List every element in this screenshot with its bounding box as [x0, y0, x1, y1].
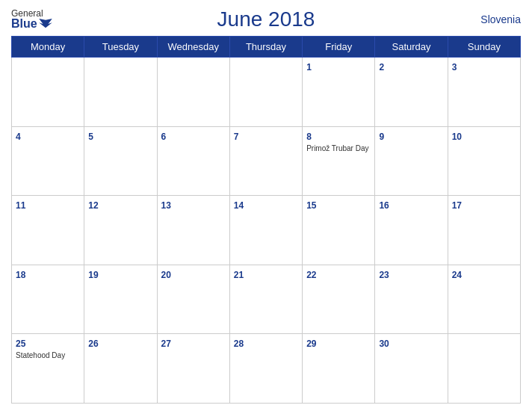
- calendar-cell: 5: [84, 126, 157, 196]
- calendar-cell: 26: [84, 334, 157, 404]
- day-number: 6: [161, 132, 167, 142]
- calendar-week-1: 123: [12, 58, 521, 127]
- calendar-week-4: 18192021222324: [12, 265, 521, 334]
- logo: General Blue: [11, 9, 52, 30]
- calendar-cell: 14: [229, 196, 302, 265]
- day-number: 15: [306, 200, 316, 211]
- svg-marker-0: [39, 19, 52, 28]
- day-number: 28: [234, 339, 244, 349]
- day-number: 12: [88, 200, 98, 211]
- calendar-cell: 19: [84, 265, 157, 334]
- calendar-week-2: 45678Primož Trubar Day910: [12, 126, 521, 196]
- calendar-cell: 29: [303, 334, 375, 404]
- holiday-label: Primož Trubar Day: [306, 144, 371, 152]
- calendar-cell: 18: [12, 265, 84, 334]
- logo-blue-text: Blue: [11, 18, 52, 30]
- calendar-cell: 28: [229, 334, 302, 404]
- holiday-label: Statehood Day: [16, 351, 80, 359]
- calendar-week-5: 25Statehood Day2627282930: [12, 334, 521, 404]
- calendar-cell: 24: [448, 265, 520, 334]
- day-number: 25: [16, 339, 25, 349]
- day-number: 26: [88, 339, 98, 349]
- calendar-cell: 2: [375, 58, 448, 127]
- logo-bird-icon: [39, 19, 52, 29]
- calendar-cell: [448, 334, 520, 404]
- weekday-header-friday: Friday: [303, 37, 375, 58]
- day-number: 29: [306, 339, 316, 349]
- calendar-cell: 30: [375, 334, 448, 404]
- weekday-header-tuesday: Tuesday: [84, 37, 157, 58]
- calendar-cell: 10: [448, 126, 520, 196]
- calendar-cell: [12, 58, 84, 127]
- calendar-cell: 7: [229, 126, 302, 196]
- calendar-cell: 9: [375, 126, 448, 196]
- calendar-cell: 13: [157, 196, 229, 265]
- day-number: 22: [306, 270, 316, 280]
- day-number: 27: [161, 339, 171, 349]
- month-title: June 2018: [217, 7, 315, 31]
- day-number: 30: [379, 339, 389, 349]
- day-number: 8: [306, 132, 312, 142]
- calendar-cell: 27: [157, 334, 229, 404]
- calendar-cell: [84, 58, 157, 127]
- calendar-cell: 8Primož Trubar Day: [303, 126, 375, 196]
- day-number: 7: [234, 132, 239, 142]
- calendar-cell: 15: [303, 196, 375, 265]
- day-number: 4: [16, 132, 21, 142]
- day-number: 23: [379, 270, 389, 280]
- calendar-header: General Blue June 2018 Slovenia: [11, 7, 521, 31]
- calendar-cell: 22: [303, 265, 375, 334]
- country-label: Slovenia: [480, 13, 521, 25]
- calendar-cell: 17: [448, 196, 520, 265]
- day-number: 11: [16, 200, 25, 211]
- calendar-cell: 6: [157, 126, 229, 196]
- day-number: 10: [452, 132, 462, 142]
- calendar-cell: 12: [84, 196, 157, 265]
- day-number: 9: [379, 132, 384, 142]
- calendar-week-3: 11121314151617: [12, 196, 521, 265]
- weekday-header-saturday: Saturday: [375, 37, 448, 58]
- calendar-cell: 20: [157, 265, 229, 334]
- weekday-header-row: MondayTuesdayWednesdayThursdayFridaySatu…: [12, 37, 521, 58]
- day-number: 2: [379, 62, 384, 72]
- weekday-header-monday: Monday: [12, 37, 84, 58]
- day-number: 3: [452, 62, 457, 72]
- day-number: 16: [379, 200, 389, 211]
- calendar-table: MondayTuesdayWednesdayThursdayFridaySatu…: [11, 36, 521, 404]
- calendar-cell: 23: [375, 265, 448, 334]
- weekday-header-thursday: Thursday: [229, 37, 302, 58]
- weekday-header-wednesday: Wednesday: [157, 37, 229, 58]
- day-number: 19: [88, 270, 98, 280]
- day-number: 18: [16, 270, 25, 280]
- calendar-cell: 21: [229, 265, 302, 334]
- day-number: 5: [88, 132, 93, 142]
- day-number: 20: [161, 270, 171, 280]
- day-number: 21: [234, 270, 244, 280]
- calendar-cell: 25Statehood Day: [12, 334, 84, 404]
- day-number: 14: [234, 200, 244, 211]
- calendar-cell: 1: [303, 58, 375, 127]
- calendar-cell: [229, 58, 302, 127]
- day-number: 1: [306, 62, 312, 72]
- day-number: 17: [452, 200, 462, 211]
- day-number: 13: [161, 200, 171, 211]
- calendar-cell: 4: [12, 126, 84, 196]
- weekday-header-sunday: Sunday: [448, 37, 520, 58]
- day-number: 24: [452, 270, 462, 280]
- calendar-cell: 16: [375, 196, 448, 265]
- calendar-cell: 3: [448, 58, 520, 127]
- calendar-cell: 11: [12, 196, 84, 265]
- calendar-cell: [157, 58, 229, 127]
